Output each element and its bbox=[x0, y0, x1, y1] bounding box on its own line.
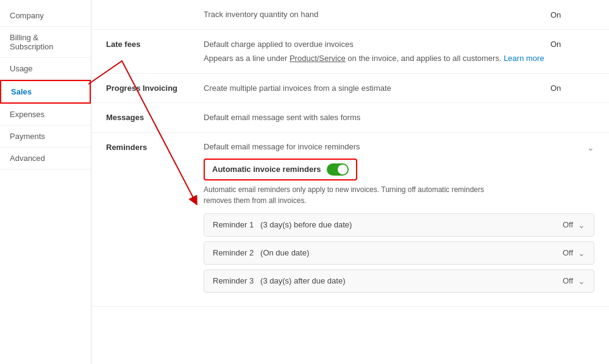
messages-status bbox=[546, 112, 594, 113]
progress-invoicing-label: Progress Invoicing bbox=[106, 82, 204, 93]
sidebar-item-advanced[interactable]: Advanced bbox=[0, 148, 91, 170]
reminder-3-status: Off bbox=[563, 276, 573, 285]
reminder-1-item[interactable]: Reminder 1 (3 day(s) before due date) Of… bbox=[204, 213, 594, 237]
late-fees-status: On bbox=[546, 38, 594, 49]
reminder-1-chevron-icon[interactable]: ⌄ bbox=[578, 220, 585, 230]
reminder-2-status: Off bbox=[563, 248, 573, 257]
sidebar-item-expenses[interactable]: Expenses bbox=[0, 104, 91, 126]
late-fees-desc2: Appears as a line under Product/Service … bbox=[204, 52, 546, 65]
late-fees-label: Late fees bbox=[106, 38, 204, 49]
reminder-3-item[interactable]: Reminder 3 (3 day(s) after due date) Off… bbox=[204, 269, 594, 293]
progress-invoicing-status: On bbox=[546, 82, 594, 93]
messages-row: Messages Default email message sent with… bbox=[91, 103, 609, 133]
reminder-2-label: Reminder 2 (On due date) bbox=[213, 248, 563, 257]
inventory-row: Track inventory quantity on hand On bbox=[91, 0, 609, 30]
inventory-label bbox=[106, 14, 204, 15]
reminder-1-label: Reminder 1 (3 day(s) before due date) bbox=[213, 220, 563, 229]
learn-more-link[interactable]: Learn more bbox=[504, 54, 544, 63]
reminder-2-chevron-icon[interactable]: ⌄ bbox=[578, 248, 585, 258]
reminders-header-text: Default email message for invoice remind… bbox=[204, 142, 360, 151]
sidebar-item-billing[interactable]: Billing & Subscription bbox=[0, 27, 91, 58]
messages-label: Messages bbox=[106, 112, 204, 122]
sidebar: Company Billing & Subscription Usage Sal… bbox=[0, 0, 91, 364]
auto-reminders-toggle-box: Automatic invoice reminders bbox=[204, 159, 357, 180]
late-fees-product-service: Product/Service bbox=[290, 54, 346, 63]
late-fees-desc: Default charge applied to overdue invoic… bbox=[204, 38, 546, 65]
reminder-3-chevron-icon[interactable]: ⌄ bbox=[578, 276, 585, 286]
inventory-status: On bbox=[546, 9, 594, 20]
messages-desc: Default email message sent with sales fo… bbox=[204, 112, 546, 124]
reminder-3-label: Reminder 3 (3 day(s) after due date) bbox=[213, 276, 563, 285]
sidebar-item-sales[interactable]: Sales bbox=[0, 80, 91, 104]
reminders-content: Default email message for invoice remind… bbox=[204, 141, 594, 298]
reminders-note: Automatic email reminders only apply to … bbox=[204, 184, 508, 206]
reminder-1-status: Off bbox=[563, 220, 573, 229]
progress-invoicing-desc: Create multiple partial invoices from a … bbox=[204, 82, 546, 95]
progress-invoicing-row: Progress Invoicing Create multiple parti… bbox=[91, 74, 609, 104]
main-content: Track inventory quantity on hand On Late… bbox=[91, 0, 609, 364]
sidebar-item-usage[interactable]: Usage bbox=[0, 58, 91, 80]
reminders-chevron-icon[interactable]: ⌄ bbox=[587, 141, 594, 152]
inventory-desc: Track inventory quantity on hand bbox=[204, 9, 546, 21]
reminder-2-item[interactable]: Reminder 2 (On due date) Off ⌄ bbox=[204, 241, 594, 265]
late-fees-row: Late fees Default charge applied to over… bbox=[91, 30, 609, 74]
late-fees-desc1: Default charge applied to overdue invoic… bbox=[204, 38, 546, 51]
toggle-label: Automatic invoice reminders bbox=[212, 165, 321, 174]
reminders-label: Reminders bbox=[106, 141, 204, 152]
auto-reminders-toggle[interactable] bbox=[327, 163, 349, 176]
sidebar-item-payments[interactable]: Payments bbox=[0, 126, 91, 148]
reminders-row: Reminders Default email message for invo… bbox=[91, 133, 609, 307]
sidebar-item-company[interactable]: Company bbox=[0, 5, 91, 27]
